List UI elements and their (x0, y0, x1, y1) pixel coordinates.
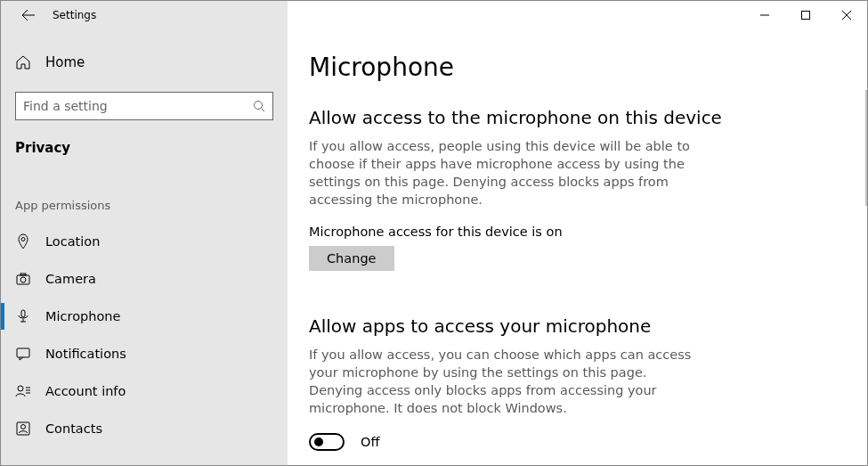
svg-rect-7 (17, 348, 29, 357)
toggle-label: Off (361, 435, 379, 449)
notifications-icon (15, 346, 31, 362)
sidebar-content: Home Privacy App permissions (1, 29, 288, 212)
svg-line-1 (262, 109, 265, 112)
group1-desc: If you allow access, people using this d… (309, 137, 692, 208)
toggle-knob (314, 437, 323, 446)
scrollbar[interactable] (865, 90, 867, 206)
sidebar-item-account-info[interactable]: Account info (1, 372, 288, 410)
group2-desc: If you allow access, you can choose whic… (309, 346, 692, 417)
group2-heading: Allow apps to access your microphone (309, 315, 846, 337)
mic-access-status: Microphone access for this device is on (309, 225, 846, 239)
sidebar-item-label: Contacts (45, 421, 102, 436)
app-title: Settings (53, 9, 96, 21)
svg-rect-5 (20, 274, 26, 275)
maximize-icon (801, 11, 810, 20)
sidebar-item-notifications[interactable]: Notifications (1, 335, 288, 372)
home-label: Home (45, 54, 85, 70)
close-button[interactable] (826, 1, 867, 29)
sidebar: Settings Home Privacy App permissions Lo… (1, 1, 288, 465)
caption-buttons (288, 1, 867, 29)
camera-icon (15, 271, 31, 287)
svg-rect-15 (802, 12, 810, 20)
svg-point-2 (21, 238, 25, 241)
main: Microphone Allow access to the microphon… (288, 1, 867, 465)
location-icon (15, 233, 31, 249)
account-icon (15, 383, 31, 399)
sidebar-item-contacts[interactable]: Contacts (1, 410, 288, 447)
sidebar-item-label: Notifications (45, 347, 126, 361)
microphone-icon (15, 308, 31, 324)
home-nav[interactable]: Home (15, 49, 273, 76)
titlebar-left: Settings (1, 1, 288, 29)
search-input[interactable] (23, 99, 253, 113)
section-heading: App permissions (15, 199, 273, 212)
page-title: Microphone (309, 47, 846, 82)
minimize-icon (760, 11, 769, 20)
minimize-button[interactable] (744, 1, 785, 29)
sidebar-item-location[interactable]: Location (1, 223, 288, 260)
change-button[interactable]: Change (309, 246, 394, 271)
back-button[interactable] (15, 1, 42, 29)
sidebar-item-label: Microphone (45, 309, 120, 323)
search-icon (253, 100, 265, 112)
close-icon (842, 11, 851, 20)
home-icon (15, 54, 31, 70)
main-body: Microphone Allow access to the microphon… (288, 29, 867, 465)
svg-rect-6 (21, 310, 25, 317)
sidebar-item-label: Camera (45, 272, 96, 286)
category-privacy[interactable]: Privacy (15, 140, 273, 156)
svg-point-0 (255, 102, 263, 110)
sidebar-item-label: Location (45, 234, 100, 249)
apps-mic-toggle[interactable] (309, 433, 345, 451)
back-arrow-icon (21, 8, 36, 22)
contacts-icon (15, 421, 31, 437)
svg-point-8 (18, 386, 23, 391)
svg-point-4 (20, 277, 26, 282)
sidebar-item-camera[interactable]: Camera (1, 260, 288, 298)
sidebar-item-label: Account info (45, 384, 126, 398)
toggle-row: Off (309, 433, 846, 451)
nav-list: Location Camera Microphone Notifications… (1, 223, 288, 447)
sidebar-item-microphone[interactable]: Microphone (1, 298, 288, 335)
maximize-button[interactable] (785, 1, 826, 29)
group1-heading: Allow access to the microphone on this d… (309, 107, 846, 128)
svg-point-13 (21, 425, 26, 429)
search-box[interactable] (15, 92, 273, 120)
